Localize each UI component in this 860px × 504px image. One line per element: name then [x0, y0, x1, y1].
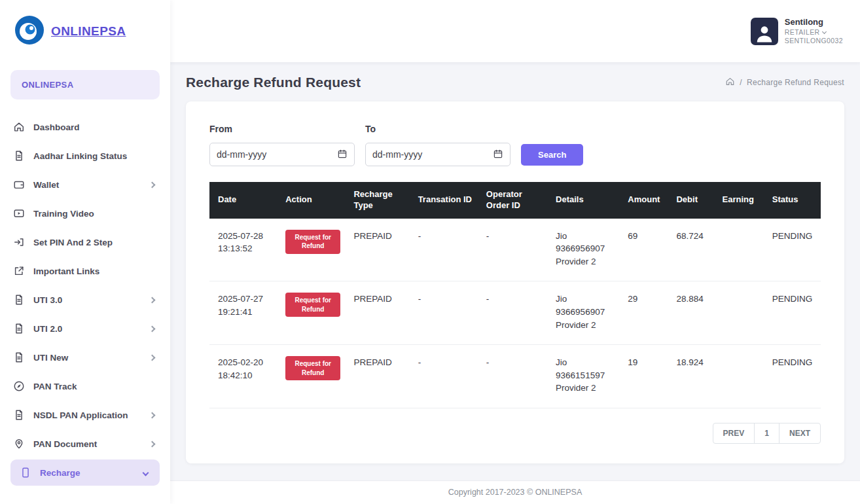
- cell-earning: [717, 345, 767, 408]
- sidebar-item-recharge[interactable]: Recharge: [10, 459, 160, 486]
- copyright-text: Copyright 2017-2023 © ONLINEPSA: [448, 488, 582, 497]
- cell-earning: [717, 281, 767, 345]
- external-link-icon: [13, 265, 25, 277]
- refund-table: Date Action Recharge Type Transation ID …: [209, 182, 821, 408]
- cell-debit: 18.924: [671, 345, 717, 408]
- video-icon: [13, 207, 25, 219]
- filters-row: From dd-mm-yyyy To dd-mm-yyyy: [209, 124, 821, 166]
- user-role: RETAILER: [785, 28, 843, 37]
- sidebar-item-label: Set PIN And 2 Step: [33, 238, 113, 247]
- from-date-input[interactable]: dd-mm-yyyy: [209, 143, 355, 166]
- cell-amount: 69: [622, 219, 671, 281]
- page-title: Recharge Refund Request: [186, 75, 361, 90]
- page-content: Recharge Refund Request / Recharge Refun…: [170, 62, 860, 463]
- user-menu[interactable]: Sentilong RETAILER SENTILONG0032: [751, 17, 843, 45]
- sidebar-item-label: NSDL PAN Application: [33, 410, 128, 420]
- document-icon: [13, 323, 25, 334]
- cell-action: Request for Refund: [280, 219, 348, 281]
- chevron-down-icon: [143, 469, 149, 476]
- sidebar-item-uti-3-0[interactable]: UTI 3.0: [0, 285, 170, 314]
- to-date-input[interactable]: dd-mm-yyyy: [365, 143, 511, 166]
- mobile-icon: [20, 467, 31, 478]
- request-refund-button[interactable]: Request for Refund: [285, 293, 340, 317]
- sidebar-item-label: UTI New: [33, 353, 68, 363]
- calendar-icon[interactable]: [337, 149, 348, 161]
- brand-logo-text: ONLINEPSA: [51, 24, 126, 39]
- brand-logo[interactable]: ONLINEPSA: [0, 0, 170, 62]
- app-root: ONLINEPSA ONLINEPSA Dashboard Aadhar Lin…: [0, 0, 860, 504]
- breadcrumb-current: Recharge Refund Request: [747, 78, 844, 87]
- to-date-field: To dd-mm-yyyy: [365, 124, 511, 166]
- cell-recharge-type: PREPAID: [348, 219, 412, 281]
- compass-icon: [13, 380, 25, 392]
- pagination-next-button[interactable]: NEXT: [779, 423, 821, 444]
- sidebar-item-label: Aadhar Linking Status: [33, 151, 127, 161]
- sidebar-item-uti-2-0[interactable]: UTI 2.0: [0, 314, 170, 343]
- from-label: From: [209, 124, 355, 134]
- sidebar-item-label: Important Links: [33, 266, 99, 276]
- cell-transaction-id: -: [413, 219, 481, 281]
- col-header-transaction-id: Transation ID: [413, 182, 481, 219]
- pagination-page-1-button[interactable]: 1: [754, 423, 779, 444]
- request-refund-button[interactable]: Request for Refund: [285, 356, 340, 380]
- sidebar-item-pan-track[interactable]: PAN Track: [0, 372, 170, 401]
- table-header: Date Action Recharge Type Transation ID …: [209, 182, 821, 219]
- col-header-details: Details: [550, 182, 622, 219]
- user-meta: Sentilong RETAILER SENTILONG0032: [785, 17, 843, 45]
- main-column: Sentilong RETAILER SENTILONG0032 Recharg…: [170, 0, 860, 504]
- chevron-right-icon: [149, 297, 156, 303]
- refund-request-card: From dd-mm-yyyy To dd-mm-yyyy: [186, 101, 844, 463]
- sidebar-nav: Dashboard Aadhar Linking Status Wallet: [0, 106, 170, 504]
- table-row: 2025-02-20 18:42:10 Request for Refund P…: [209, 345, 821, 408]
- cell-operator-order-id: -: [481, 281, 550, 345]
- from-date-field: From dd-mm-yyyy: [209, 124, 355, 166]
- col-header-operator-order-id: Operator Order ID: [481, 182, 550, 219]
- date-placeholder: dd-mm-yyyy: [372, 149, 422, 160]
- sidebar-item-label: PAN Track: [33, 382, 77, 391]
- cell-date: 2025-07-27 19:21:41: [209, 281, 280, 345]
- footer: Copyright 2017-2023 © ONLINEPSA: [170, 480, 860, 504]
- sidebar-item-label: Training Video: [33, 209, 94, 219]
- cell-transaction-id: -: [413, 345, 481, 408]
- sidebar-item-uti-new[interactable]: UTI New: [0, 343, 170, 372]
- sidebar-item-set-pin-and-2-step[interactable]: Set PIN And 2 Step: [0, 228, 170, 257]
- onlinepsa-logo-icon: [14, 15, 45, 48]
- cell-status: PENDING: [767, 345, 821, 408]
- cell-action: Request for Refund: [280, 345, 348, 408]
- sidebar-item-dashboard[interactable]: Dashboard: [0, 113, 170, 141]
- calendar-icon[interactable]: [493, 149, 503, 161]
- sidebar-item-training-video[interactable]: Training Video: [0, 199, 170, 228]
- cell-earning: [717, 219, 767, 281]
- breadcrumb: / Recharge Refund Request: [725, 77, 844, 88]
- pagination-prev-button[interactable]: PREV: [713, 423, 755, 444]
- sidebar-item-wallet[interactable]: Wallet: [0, 170, 170, 199]
- chevron-down-icon: [821, 29, 826, 34]
- cell-action: Request for Refund: [280, 281, 348, 345]
- avatar: [751, 18, 778, 45]
- sidebar-item-important-links[interactable]: Important Links: [0, 257, 170, 285]
- cell-amount: 19: [622, 345, 671, 408]
- table-row: 2025-07-28 13:13:52 Request for Refund P…: [209, 219, 821, 281]
- col-header-recharge-type: Recharge Type: [348, 182, 412, 219]
- sidebar-subitem-prepaid-recharge[interactable]: Prepaid Recharge: [0, 494, 170, 504]
- sidebar-item-nsdl-pan-application[interactable]: NSDL PAN Application: [0, 401, 170, 429]
- cell-details: Jio 9366151597 Provider 2: [550, 345, 622, 408]
- sidebar-item-pan-document[interactable]: PAN Document: [0, 429, 170, 458]
- request-refund-button[interactable]: Request for Refund: [285, 230, 340, 254]
- breadcrumb-home-icon[interactable]: [725, 77, 735, 88]
- sidebar-item-aadhar-linking-status[interactable]: Aadhar Linking Status: [0, 141, 170, 170]
- col-header-debit: Debit: [671, 182, 717, 219]
- sidebar-item-label: UTI 3.0: [33, 295, 62, 305]
- col-header-action: Action: [280, 182, 348, 219]
- document-icon: [13, 409, 25, 421]
- breadcrumb-separator: /: [740, 78, 742, 87]
- document-icon: [13, 294, 25, 306]
- search-button[interactable]: Search: [521, 144, 583, 166]
- sidebar-item-label: PAN Document: [33, 439, 97, 449]
- col-header-earning: Earning: [717, 182, 767, 219]
- date-placeholder: dd-mm-yyyy: [217, 149, 266, 160]
- cell-debit: 68.724: [671, 219, 717, 281]
- cell-details: Jio 9366956907 Provider 2: [550, 219, 622, 281]
- chevron-right-icon: [149, 354, 156, 361]
- cell-debit: 28.884: [671, 281, 717, 345]
